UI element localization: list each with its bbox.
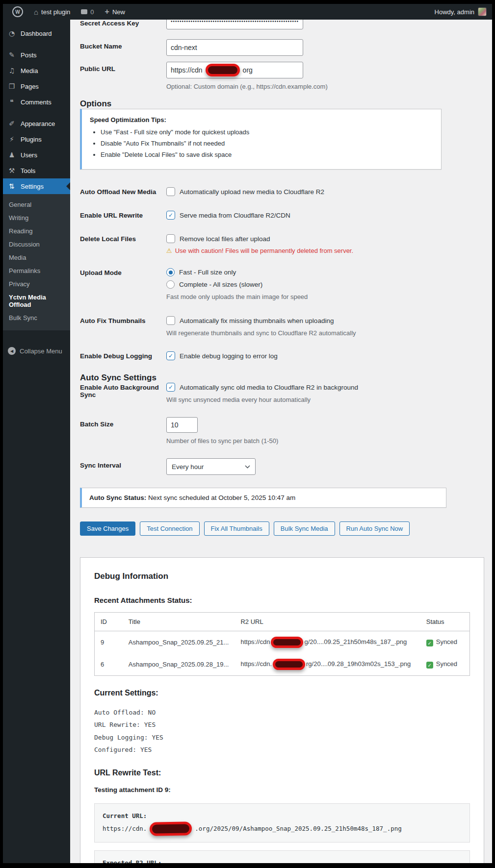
auto-offload-row: Auto Offload New Media Automatically upl… xyxy=(80,187,480,196)
delete-warning: ⚠ Use with caution! Files will be perman… xyxy=(166,247,480,254)
auto-offload-checkbox[interactable]: Automatically upload new media to Cloudf… xyxy=(166,187,480,196)
submenu-item-writing[interactable]: Writing xyxy=(3,211,70,224)
sidebar-item-settings[interactable]: ⇅ Settings xyxy=(3,178,70,194)
sidebar-item-label: Settings xyxy=(21,183,44,190)
admin-bar: W ⌂ test plugin 0 + New Howdy, admin xyxy=(3,4,492,20)
sidebar-item-label: Pages xyxy=(21,83,39,90)
cell-id: 9 xyxy=(95,631,123,654)
sidebar-item-plugins[interactable]: ⚡ Plugins xyxy=(3,131,70,147)
url-rewrite-row: Enable URL Rewrite Serve media from Clou… xyxy=(80,211,480,220)
submenu-item-general[interactable]: General xyxy=(3,198,70,211)
sidebar-item-pages[interactable]: ❐ Pages xyxy=(3,78,70,94)
sidebar-item-posts[interactable]: ✎ Posts xyxy=(3,47,70,63)
sidebar-item-users[interactable]: ♟ Users xyxy=(3,147,70,163)
submenu-item-permalinks[interactable]: Permalinks xyxy=(3,264,70,277)
upload-mode-fast-radio[interactable]: Fast - Full size only xyxy=(166,268,480,276)
field-label: Batch Size xyxy=(80,417,166,428)
checkbox-icon[interactable] xyxy=(166,383,175,392)
warning-text: Use with caution! Files will be permanen… xyxy=(175,247,353,254)
batch-size-input[interactable]: 10 xyxy=(166,417,198,433)
field-label: Enable Debug Logging xyxy=(80,351,166,360)
comments-shortcut[interactable]: 0 xyxy=(77,4,98,20)
cell-url: https://cdn.rg/20....09.28_19h03m02s_153… xyxy=(234,653,420,676)
checkbox-icon[interactable] xyxy=(166,316,175,325)
url-rewrite-checkbox[interactable]: Serve media from Cloudflare R2/CDN xyxy=(166,211,480,220)
table-row: 6 Ashampoo_Snap_2025.09.28_19... https:/… xyxy=(95,653,470,676)
auto-bg-sync-checkbox[interactable]: Automatically sync old media to Cloudfla… xyxy=(166,383,480,392)
cell-status: ✓Synced xyxy=(420,653,470,676)
fix-all-thumbnails-button[interactable]: Fix All Thumbnails xyxy=(204,521,269,536)
col-title: Title xyxy=(123,613,235,631)
upload-mode-complete-radio[interactable]: Complete - All sizes (slower) xyxy=(166,280,480,289)
checkbox-icon[interactable] xyxy=(166,234,175,243)
notice-text: Next sync scheduled at October 5, 2025 1… xyxy=(146,494,295,501)
sidebar-item-label: Posts xyxy=(21,51,37,59)
sidebar-item-label: Plugins xyxy=(21,136,42,143)
auto-fix-checkbox[interactable]: Automatically fix missing thumbnails whe… xyxy=(166,316,480,325)
cell-id: 6 xyxy=(95,653,123,676)
test-connection-button[interactable]: Test Connection xyxy=(140,521,199,536)
secret-access-key-row: Secret Access Key ••••••••••••••••••••••… xyxy=(80,20,480,29)
table-header-row: ID Title R2 URL Status xyxy=(95,613,470,631)
current-url-label: Current URL: xyxy=(103,810,462,822)
dashboard-icon: ◔ xyxy=(7,29,16,37)
sidebar-item-tools[interactable]: ⚒ Tools xyxy=(3,163,70,178)
checkbox-label: Remove local files after upload xyxy=(180,235,270,243)
sidebar-item-media[interactable]: ♫ Media xyxy=(3,63,70,78)
auto-sync-settings-heading: Auto Sync Settings xyxy=(80,373,480,383)
url-rewrite-test-heading: URL Rewrite Test: xyxy=(94,769,470,777)
batch-size-row: Batch Size 10 Number of files to sync pe… xyxy=(80,417,480,445)
submenu-item-yctvn-media-offload[interactable]: Yctvn Media Offload xyxy=(3,291,70,311)
checkbox-icon[interactable] xyxy=(166,211,175,220)
sidebar-item-comments[interactable]: ❝ Comments xyxy=(3,94,70,110)
masked-value: ••••••••••••••••••••••••••••••••••••••••… xyxy=(171,20,299,24)
secret-access-key-input[interactable]: ••••••••••••••••••••••••••••••••••••••••… xyxy=(166,20,303,29)
auto-fix-row: Auto Fix Thumbnails Automatically fix mi… xyxy=(80,316,480,337)
site-name-label: test plugin xyxy=(41,8,70,16)
cell-title: Ashampoo_Snap_2025.09.28_19... xyxy=(123,653,235,676)
col-status: Status xyxy=(420,613,470,631)
site-name-link[interactable]: ⌂ test plugin xyxy=(29,4,75,20)
submenu-item-bulk-sync[interactable]: Bulk Sync xyxy=(3,311,70,324)
field-label: Delete Local Files xyxy=(80,234,166,243)
sync-interval-select[interactable]: Every hour xyxy=(166,458,256,475)
auto-fix-help: Will regenerate thumbnails and sync to C… xyxy=(166,329,480,337)
new-content-menu[interactable]: + New xyxy=(101,4,130,20)
tip-item: Enable "Delete Local Files" to save disk… xyxy=(101,151,433,158)
attachments-table: ID Title R2 URL Status 9 Ashampoo_Snap_2… xyxy=(94,612,470,676)
warning-triangle-icon: ⚠ xyxy=(166,247,172,254)
bulk-sync-media-button[interactable]: Bulk Sync Media xyxy=(274,521,335,536)
radio-icon[interactable] xyxy=(166,280,175,289)
sidebar-item-appearance[interactable]: ✐ Appearance xyxy=(3,116,70,131)
redaction-marker xyxy=(206,64,240,76)
submenu-item-discussion[interactable]: Discussion xyxy=(3,238,70,251)
checkbox-label: Automatically upload new media to Cloudf… xyxy=(180,188,324,196)
setting-line: URL Rewrite: YES xyxy=(94,719,470,731)
radio-icon[interactable] xyxy=(166,268,175,276)
delete-local-checkbox[interactable]: Remove local files after upload xyxy=(166,234,480,243)
bucket-name-value: cdn-next xyxy=(171,44,197,51)
howdy-admin-link[interactable]: Howdy, admin xyxy=(435,8,474,16)
checkbox-label: Automatically sync old media to Cloudfla… xyxy=(180,384,358,391)
run-auto-sync-button[interactable]: Run Auto Sync Now xyxy=(339,521,410,536)
checkbox-icon[interactable] xyxy=(166,351,175,360)
sidebar-item-label: Dashboard xyxy=(21,30,52,37)
redaction-marker xyxy=(273,659,305,670)
user-avatar[interactable] xyxy=(478,8,486,16)
field-label: Auto Fix Thumbnails xyxy=(80,316,166,324)
submenu-item-media[interactable]: Media xyxy=(3,251,70,264)
save-changes-button[interactable]: Save Changes xyxy=(80,521,135,536)
checkbox-icon[interactable] xyxy=(166,187,175,196)
debug-logging-checkbox[interactable]: Enable debug logging to error log xyxy=(166,351,480,360)
public-url-input[interactable]: https://cdnorg xyxy=(166,62,303,78)
synced-check-icon: ✓ xyxy=(426,640,433,646)
setting-line: Debug Logging: YES xyxy=(94,731,470,744)
bucket-name-input[interactable]: cdn-next xyxy=(166,39,303,56)
field-label: Auto Offload New Media xyxy=(80,187,166,196)
submenu-item-reading[interactable]: Reading xyxy=(3,224,70,238)
wp-logo-menu[interactable]: W xyxy=(8,4,27,20)
submenu-item-privacy[interactable]: Privacy xyxy=(3,277,70,291)
sidebar-item-dashboard[interactable]: ◔ Dashboard xyxy=(3,25,70,41)
collapse-menu-button[interactable]: ◀ Collapse Menu xyxy=(3,343,70,359)
field-label: Public URL xyxy=(80,62,166,73)
